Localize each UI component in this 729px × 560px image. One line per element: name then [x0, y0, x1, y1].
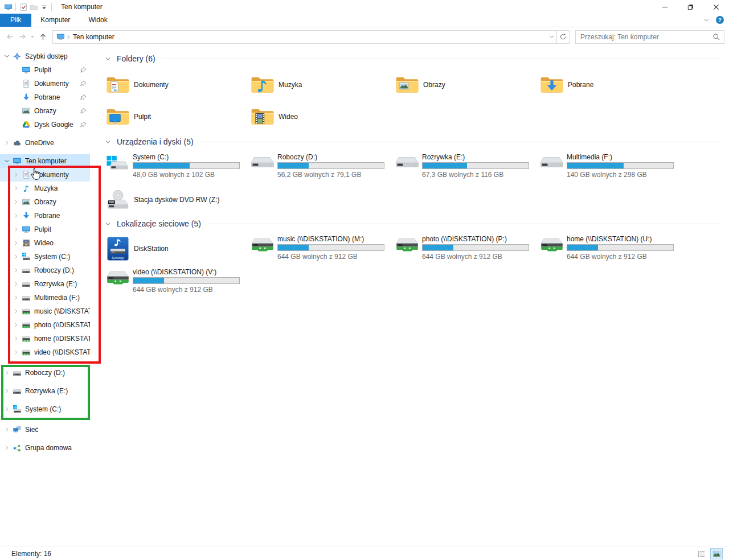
sidebar-item-music-diskstation-m[interactable]: music (\\DISKSTATION) (M:) — [0, 304, 90, 318]
sidebar-item-wideo[interactable]: Wideo — [0, 236, 90, 250]
chevron-right-icon[interactable] — [11, 308, 21, 315]
sidebar-item-system-c[interactable]: System (C:) — [0, 400, 90, 418]
refresh-button[interactable] — [557, 30, 570, 44]
tile-dokumenty[interactable]: Dokumenty — [104, 69, 244, 101]
chevron-right-icon[interactable] — [11, 171, 21, 178]
drive-icon — [21, 266, 32, 275]
tile-music-diskstation-m[interactable]: music (\\DISKSTATION) (M:)644 GB wolnych… — [249, 234, 389, 267]
group-header-foldery-6[interactable]: Foldery (6) — [104, 53, 721, 64]
chevron-right-icon[interactable] — [2, 369, 11, 376]
qat-dropdown-icon[interactable] — [39, 2, 49, 12]
sidebar-item-roboczy-d[interactable]: Roboczy (D:) — [0, 364, 90, 382]
breadcrumb[interactable]: Ten komputer — [73, 33, 114, 41]
sidebar-item-sieć[interactable]: Sieć — [0, 423, 90, 437]
chevron-right-icon[interactable] — [11, 226, 21, 233]
chevron-right-icon[interactable] — [2, 139, 11, 146]
chevron-right-icon[interactable] — [11, 335, 21, 342]
sidebar-item-pobrane[interactable]: Pobrane — [0, 209, 90, 223]
tile-wideo[interactable]: Wideo — [249, 101, 389, 133]
folder-downloads-icon — [538, 75, 566, 95]
chevron-right-icon[interactable] — [11, 267, 21, 274]
chevron-right-icon[interactable] — [11, 199, 21, 205]
help-icon[interactable]: ? — [715, 15, 724, 24]
tab-komputer[interactable]: Komputer — [31, 14, 79, 27]
sidebar-item-obrazy[interactable]: Obrazy — [0, 104, 90, 118]
tile-pulpit[interactable]: Pulpit — [104, 101, 244, 133]
up-button[interactable] — [36, 31, 49, 43]
tile-roboczy-d[interactable]: Roboczy (D:)56,2 GB wolnych z 79,1 GB — [249, 152, 389, 185]
chevron-right-icon[interactable] — [2, 406, 11, 413]
tile-pobrane[interactable]: Pobrane — [538, 69, 678, 101]
breadcrumb-separator-icon[interactable] — [65, 34, 72, 40]
sidebar-item-ten-komputer[interactable]: Ten komputer — [0, 154, 90, 168]
tile-video-diskstation-v[interactable]: video (\\DISKSTATION) (V:)644 GB wolnych… — [104, 267, 244, 300]
chevron-right-icon[interactable] — [2, 426, 11, 433]
tile-multimedia-f[interactable]: Multimedia (F:)140 GB wolnych z 298 GB — [538, 152, 678, 185]
folder-icon[interactable] — [28, 2, 39, 12]
sidebar-item-system-c[interactable]: System (C:) — [0, 250, 90, 263]
sidebar-item-muzyka[interactable]: Muzyka — [0, 182, 90, 195]
tile-diskstation[interactable]: SynologyDiskStation — [104, 234, 244, 263]
address-bar[interactable]: Ten komputer — [52, 30, 557, 44]
tile-rozrywka-e[interactable]: Rozrywka (E:)67,3 GB wolnych z 116 GB — [394, 152, 534, 185]
search-box[interactable] — [575, 30, 724, 44]
chevron-down-icon[interactable] — [2, 158, 11, 164]
search-input[interactable] — [579, 32, 712, 42]
chevron-right-icon[interactable] — [2, 444, 11, 451]
address-dropdown-chevron-icon[interactable] — [548, 33, 555, 40]
chevron-right-icon[interactable] — [11, 185, 21, 192]
chevron-right-icon[interactable] — [2, 388, 11, 394]
sidebar-item-roboczy-d[interactable]: Roboczy (D:) — [0, 263, 90, 277]
sidebar-item-rozrywka-e[interactable]: Rozrywka (E:) — [0, 382, 90, 400]
tile-system-c[interactable]: System (C:)48,0 GB wolnych z 102 GB — [104, 152, 244, 185]
sidebar-item-szybki-dostęp[interactable]: Szybki dostęp — [0, 50, 90, 63]
chevron-down-icon[interactable] — [104, 138, 112, 146]
tile-stacja-dysków-dvd-rw-z[interactable]: DVDStacja dysków DVD RW (Z:) — [104, 185, 244, 215]
ribbon-expand-chevron-icon[interactable] — [703, 17, 710, 24]
forward-button[interactable] — [16, 31, 28, 43]
sidebar-item-onedrive[interactable]: OneDrive — [0, 136, 90, 150]
sidebar-item-pulpit[interactable]: Pulpit — [0, 223, 90, 236]
sidebar-item-video-diskstation-v[interactable]: video (\\DISKSTATION) (V:) — [0, 345, 90, 359]
chevron-right-icon[interactable] — [11, 240, 21, 246]
chevron-right-icon[interactable] — [11, 212, 21, 219]
chevron-right-icon[interactable] — [11, 349, 21, 356]
thumbnail-view-icon[interactable] — [711, 549, 722, 559]
sidebar-item-label: Roboczy (D:) — [34, 266, 74, 274]
sidebar-item-pobrane[interactable]: Pobrane — [0, 90, 90, 104]
chevron-right-icon[interactable] — [11, 253, 21, 260]
sidebar-item-dokumenty[interactable]: Dokumenty — [0, 77, 90, 90]
search-icon[interactable] — [712, 33, 720, 41]
chevron-down-icon[interactable] — [2, 53, 11, 60]
recent-locations-dropdown-icon[interactable] — [28, 31, 36, 43]
sidebar-item-multimedia-f[interactable]: Multimedia (F:) — [0, 291, 90, 304]
tile-muzyka[interactable]: Muzyka — [249, 69, 389, 101]
sidebar-item-rozrywka-e[interactable]: Rozrywka (E:) — [0, 277, 90, 291]
tile-home-diskstation-u[interactable]: home (\\DISKSTATION) (U:)644 GB wolnych … — [538, 234, 678, 267]
tile-obrazy[interactable]: Obrazy — [394, 69, 534, 101]
back-button[interactable] — [3, 31, 16, 43]
sidebar-item-dysk-google[interactable]: Dysk Google — [0, 118, 90, 131]
close-button[interactable] — [703, 0, 729, 14]
chevron-right-icon[interactable] — [11, 294, 21, 301]
sidebar-item-grupa-domowa[interactable]: Grupa domowa — [0, 441, 90, 455]
restore-button[interactable] — [678, 0, 703, 14]
check-document-icon[interactable] — [18, 2, 28, 12]
chevron-down-icon[interactable] — [104, 55, 112, 63]
tab-widok[interactable]: Widok — [79, 14, 116, 27]
sidebar-item-dokumenty[interactable]: Dokumenty — [0, 168, 90, 182]
minimize-button[interactable] — [652, 0, 678, 14]
list-view-icon[interactable] — [695, 549, 707, 559]
title-bar: Ten komputer — [0, 0, 729, 14]
chevron-right-icon[interactable] — [11, 322, 21, 328]
sidebar-item-pulpit[interactable]: Pulpit — [0, 63, 90, 77]
chevron-right-icon[interactable] — [11, 281, 21, 287]
tile-photo-diskstation-p[interactable]: photo (\\DISKSTATION) (P:)644 GB wolnych… — [394, 234, 534, 267]
sidebar-item-obrazy[interactable]: Obrazy — [0, 195, 90, 209]
sidebar-item-photo-diskstation-p[interactable]: photo (\\DISKSTATION) (P:) — [0, 318, 90, 332]
sidebar-item-home-diskstation-u[interactable]: home (\\DISKSTATION) (U:) — [0, 332, 90, 345]
tab-plik[interactable]: Plik — [0, 14, 31, 27]
chevron-down-icon[interactable] — [104, 220, 112, 228]
group-header-lokalizacje-sieciowe-5[interactable]: Lokalizacje sieciowe (5) — [104, 218, 721, 229]
group-header-urządzenia-i-dyski-5[interactable]: Urządzenia i dyski (5) — [104, 136, 721, 147]
